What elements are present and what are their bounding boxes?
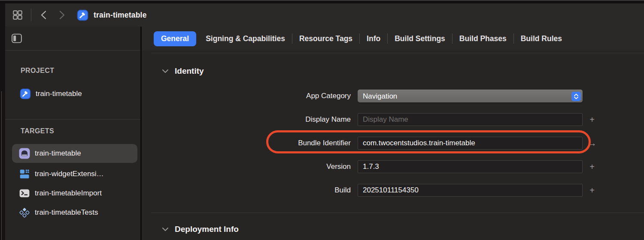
app-category-popup[interactable]: Navigation [358,90,583,102]
tab-build-rules[interactable]: Build Rules [515,31,568,46]
version-field[interactable]: 1.7.3 [358,160,583,173]
tab-separator [387,33,388,44]
bundle-identifier-label: Bundle Identifier [142,139,351,147]
sidebar-divider [5,119,140,120]
section-title: Identity [175,66,204,76]
tab-info[interactable]: Info [361,31,386,46]
widget-extension-icon [19,168,30,180]
content-divider [151,213,644,213]
project-section-header: PROJECT [21,67,140,75]
target-item-label: train-timetableTests [35,208,98,217]
sidebar-item-project-train-timetable[interactable]: train-timetable [20,87,140,100]
add-button[interactable]: + [583,115,601,125]
back-chevron-icon[interactable] [39,9,49,21]
tab-signing-capabilities[interactable]: Signing & Capabilities [200,31,291,46]
editor-area: General Signing & Capabilities Resource … [142,27,644,240]
sidebar-content: PROJECT train-timetable TARGETS [5,51,140,240]
identity-section-header[interactable]: Identity [161,66,644,76]
field-value: 20251011154350 [363,186,419,195]
app-category-label: App Category [142,92,351,100]
xcode-project-icon [20,88,31,99]
build-label: Build [142,186,351,195]
popup-stepper-icon [571,92,581,101]
target-item-label: train-widgetExtensi… [35,170,104,178]
toolbar: train-timetable [5,3,644,27]
project-item-label: train-timetable [36,90,82,98]
sidebar-toggle-icon[interactable] [11,33,23,44]
xcode-project-icon[interactable] [77,9,88,21]
bundle-identifier-field[interactable]: com.twocentstudios.train-timetable [358,137,583,150]
add-button[interactable]: + [583,186,601,195]
target-item-label: train-timetableImport [35,189,102,198]
app-category-row: App Category Navigation [142,90,644,102]
tab-separator [359,33,360,44]
background-window-edge [0,3,5,240]
apps-grid-icon[interactable] [12,9,23,21]
window-title: train-timetable [94,11,147,20]
sidebar-item-target-train-timetabletests[interactable]: train-timetableTests [19,206,140,219]
tab-separator [292,33,292,44]
tab-resource-tags[interactable]: Resource Tags [293,31,358,46]
display-name-label: Display Name [142,115,351,124]
project-navigator-sidebar: PROJECT train-timetable TARGETS [5,27,142,240]
sidebar-item-target-train-widgetextension[interactable]: train-widgetExtensi… [19,168,140,180]
display-name-row: Display Name Display Name + [142,113,644,126]
forward-chevron-icon[interactable] [57,9,67,21]
targets-section-header: TARGETS [21,127,140,135]
field-placeholder: Display Name [363,115,408,124]
tests-icon [19,207,30,218]
settings-tabbar: General Signing & Capabilities Resource … [142,27,644,51]
tab-build-phases[interactable]: Build Phases [453,31,513,46]
jump-arrow-button[interactable]: → [583,138,601,149]
app-target-icon [19,148,30,159]
version-row: Version 1.7.3 + [142,160,644,173]
bundle-identifier-row: Bundle Identifier com.twocentstudios.tra… [142,137,644,150]
toolbar-separator [31,9,31,21]
tab-build-settings[interactable]: Build Settings [389,31,451,46]
section-title: Deployment Info [175,225,239,234]
background-window-strip [0,0,644,3]
xcode-window: train-timetable PROJECT [5,3,644,240]
field-value: com.twocentstudios.train-timetable [363,139,475,147]
chevron-down-icon[interactable] [161,68,169,74]
add-button[interactable]: + [583,162,601,172]
target-item-label: train-timetable [35,149,81,158]
build-field[interactable]: 20251011154350 [358,184,583,197]
chevron-down-icon[interactable] [161,226,169,232]
popup-value: Navigation [363,92,397,101]
field-value: 1.7.3 [363,162,379,171]
version-label: Version [142,162,351,171]
content-divider [151,53,644,53]
tab-separator [452,33,453,44]
build-row: Build 20251011154350 + [142,184,644,197]
navigator-toggle-row [5,27,140,51]
terminal-icon [19,188,30,199]
general-settings-content: Identity App Category Navigation [142,51,644,240]
display-name-field[interactable]: Display Name [358,113,583,126]
sidebar-item-target-train-timetableimport[interactable]: train-timetableImport [19,187,140,200]
tab-separator [513,33,514,44]
sidebar-item-target-train-timetable[interactable]: train-timetable [12,144,137,163]
deployment-info-section-header[interactable]: Deployment Info [161,225,644,234]
identity-rows: App Category Navigation [142,90,644,197]
tab-general[interactable]: General [154,31,196,46]
window-edge-line [1,91,2,240]
